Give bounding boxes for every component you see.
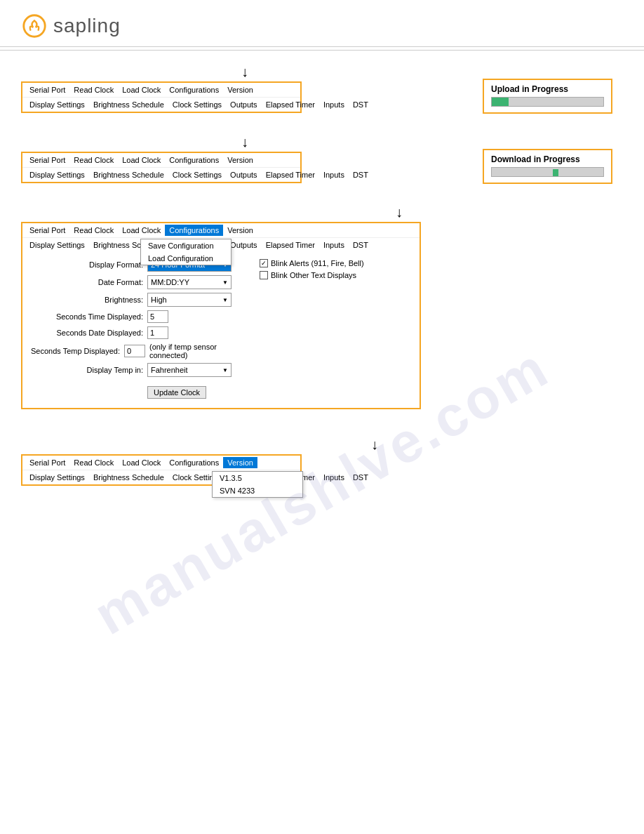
config-form-right-col: ✓ Blink Alerts (911, Fire, Bell) Blink O… — [232, 258, 411, 380]
upload-sub-dst[interactable]: DST — [349, 99, 373, 110]
header-divider1 — [0, 46, 644, 47]
display-temp-label: Display Temp in: — [31, 366, 143, 374]
config-menu-serial-port[interactable]: Serial Port — [25, 225, 69, 236]
config-form-left-col: Display Format: 24 Hour Format ▼ Date Fo… — [31, 258, 232, 380]
upload-submenu-bar: Display Settings Brightness Schedule Clo… — [22, 98, 300, 112]
download-arrow-container: ↓ — [21, 135, 469, 149]
download-submenu-bar: Display Settings Brightness Schedule Clo… — [22, 168, 300, 182]
upload-sub-inputs[interactable]: Inputs — [319, 99, 349, 110]
version-menu-load-clock[interactable]: Load Clock — [118, 457, 165, 468]
blink-alerts-checkbox[interactable]: ✓ — [260, 259, 268, 267]
upload-menu-configurations[interactable]: Configurations — [165, 84, 223, 95]
version-dropdown-v1[interactable]: V1.3.5 — [213, 472, 302, 484]
upload-menu-read-clock[interactable]: Read Clock — [69, 84, 118, 95]
version-menu-serial-port[interactable]: Serial Port — [25, 457, 69, 468]
update-clock-button[interactable]: Update Clock — [147, 386, 206, 399]
display-format-label: Display Format: — [31, 260, 143, 269]
upload-sub-clock[interactable]: Clock Settings — [168, 99, 226, 110]
section-config: ↓ Serial Port Read Clock Load Clock Conf… — [21, 205, 623, 409]
upload-sub-brightness[interactable]: Brightness Schedule — [89, 99, 168, 110]
download-sub-elapsed[interactable]: Elapsed Timer — [262, 169, 319, 180]
download-progress-dot — [553, 169, 558, 176]
download-sub-clock[interactable]: Clock Settings — [168, 169, 226, 180]
upload-sub-elapsed[interactable]: Elapsed Timer — [262, 99, 319, 110]
date-format-value: MM:DD:YY — [151, 278, 189, 286]
version-arrow-container: ↓ — [21, 437, 623, 451]
upload-sub-outputs[interactable]: Outputs — [226, 99, 262, 110]
seconds-temp-input[interactable] — [124, 345, 145, 357]
download-sub-brightness[interactable]: Brightness Schedule — [89, 169, 168, 180]
version-dropdown-popup: V1.3.5 SVN 4233 — [212, 471, 303, 498]
download-menu-serial-port[interactable]: Serial Port — [25, 154, 69, 166]
version-sub-dst[interactable]: DST — [349, 472, 373, 483]
form-row-seconds-date: Seconds Date Displayed: — [31, 326, 232, 339]
upload-arrow-icon: ↓ — [241, 65, 248, 79]
version-dropdown-svn[interactable]: SVN 4233 — [213, 484, 302, 497]
config-menu-configurations[interactable]: Configurations — [165, 225, 223, 236]
upload-menu-load-clock[interactable]: Load Clock — [118, 84, 165, 95]
date-format-label: Date Format: — [31, 278, 143, 286]
download-menu-configurations[interactable]: Configurations — [165, 154, 223, 166]
section-download: ↓ Serial Port Read Clock Load Clock Conf… — [21, 135, 623, 184]
download-sub-display[interactable]: Display Settings — [25, 169, 89, 180]
config-menu-read-clock[interactable]: Read Clock — [69, 225, 118, 236]
config-menu-widget: Serial Port Read Clock Load Clock Config… — [21, 222, 421, 409]
brightness-label: Brightness: — [31, 296, 143, 304]
download-menu-bar: Serial Port Read Clock Load Clock Config… — [22, 153, 300, 168]
upload-progress-box: Upload in Progress — [483, 79, 612, 114]
seconds-date-input[interactable] — [147, 326, 168, 339]
config-dropdown-popup: Save Configuration Load Configuration — [140, 239, 232, 265]
version-menu-read-clock[interactable]: Read Clock — [69, 457, 118, 468]
download-menu-version[interactable]: Version — [223, 154, 257, 166]
brightness-select[interactable]: High ▼ — [147, 293, 232, 307]
blink-alerts-label: Blink Alerts (911, Fire, Bell) — [271, 259, 364, 267]
display-temp-select[interactable]: Fahrenheit ▼ — [147, 363, 232, 377]
version-sub-inputs[interactable]: Inputs — [319, 472, 349, 483]
upload-progress-title: Upload in Progress — [491, 84, 604, 94]
config-dropdown-save[interactable]: Save Configuration — [141, 239, 231, 252]
form-row-date-format: Date Format: MM:DD:YY ▼ — [31, 275, 232, 289]
seconds-date-label: Seconds Date Displayed: — [31, 329, 143, 337]
brightness-value: High — [151, 296, 167, 304]
logo-container: sapling — [21, 13, 121, 39]
sapling-logo-icon — [21, 13, 48, 39]
upload-sub-display[interactable]: Display Settings — [25, 99, 89, 110]
config-sub-display[interactable]: Display Settings — [25, 239, 89, 251]
version-sub-display[interactable]: Display Settings — [25, 472, 89, 483]
date-format-select[interactable]: MM:DD:YY ▼ — [147, 275, 232, 289]
config-sub-elapsed[interactable]: Elapsed Timer — [262, 239, 319, 251]
svg-point-0 — [24, 15, 45, 37]
download-menu-widget: Serial Port Read Clock Load Clock Config… — [21, 152, 302, 183]
display-temp-value: Fahrenheit — [151, 366, 188, 374]
seconds-temp-label: Seconds Temp Displayed: — [31, 347, 120, 355]
version-menu-configurations[interactable]: Configurations — [165, 457, 223, 468]
seconds-time-input[interactable] — [147, 310, 168, 323]
config-sub-dst[interactable]: DST — [349, 239, 373, 251]
blink-other-checkbox[interactable] — [260, 271, 268, 279]
download-progress-box: Download in Progress — [483, 149, 612, 184]
seconds-time-label: Seconds Time Displayed: — [31, 312, 143, 321]
download-sub-outputs[interactable]: Outputs — [226, 169, 262, 180]
config-form: Display Format: 24 Hour Format ▼ Date Fo… — [22, 252, 420, 408]
download-sub-dst[interactable]: DST — [349, 169, 373, 180]
download-menu-load-clock[interactable]: Load Clock — [118, 154, 165, 166]
form-row-seconds-time: Seconds Time Displayed: — [31, 310, 232, 323]
version-menu-widget: Serial Port Read Clock Load Clock Config… — [21, 454, 302, 486]
version-menu-bar: Serial Port Read Clock Load Clock Config… — [22, 456, 300, 470]
upload-menu-serial-port[interactable]: Serial Port — [25, 84, 69, 95]
download-menu-read-clock[interactable]: Read Clock — [69, 154, 118, 166]
section-upload: ↓ Serial Port Read Clock Load Clock Conf… — [21, 65, 623, 114]
main-content: ↓ Serial Port Read Clock Load Clock Conf… — [0, 65, 644, 486]
download-sub-inputs[interactable]: Inputs — [319, 169, 349, 180]
form-row-brightness: Brightness: High ▼ — [31, 293, 232, 307]
config-menu-version[interactable]: Version — [223, 225, 257, 236]
version-sub-brightness[interactable]: Brightness Schedule — [89, 472, 168, 483]
upload-arrow-container: ↓ — [21, 65, 469, 79]
config-dropdown-load[interactable]: Load Configuration — [141, 252, 231, 265]
config-sub-inputs[interactable]: Inputs — [319, 239, 349, 251]
upload-menu-widget: Serial Port Read Clock Load Clock Config… — [21, 81, 302, 113]
version-menu-version[interactable]: Version — [223, 457, 257, 468]
config-menu-load-clock[interactable]: Load Clock — [118, 225, 165, 236]
config-arrow-icon: ↓ — [396, 205, 403, 219]
upload-menu-version[interactable]: Version — [223, 84, 257, 95]
